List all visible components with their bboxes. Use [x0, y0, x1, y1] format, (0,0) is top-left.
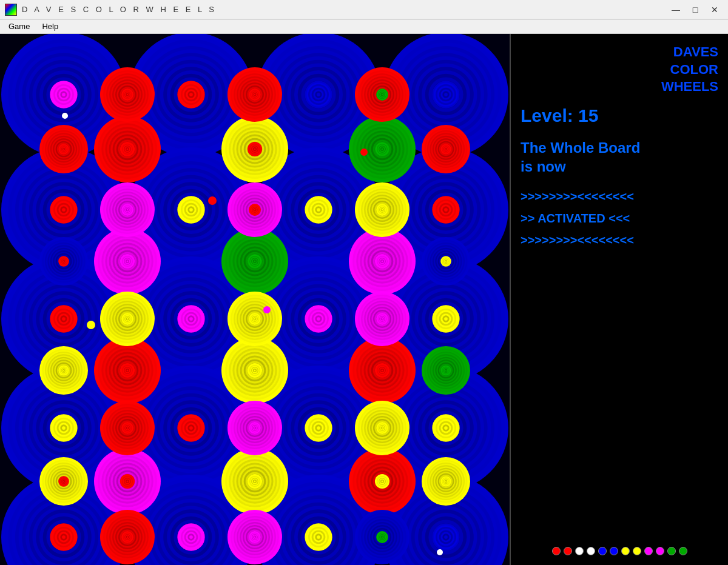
title-text: D A V E S C O L O R W H E E L S: [22, 5, 217, 14]
color-dot-7[interactable]: [633, 547, 641, 555]
color-dot-2[interactable]: [575, 547, 584, 555]
game-area[interactable]: [0, 34, 510, 565]
activated-text: >>>>>>>><<<<<<<< >> ACTIVATED <<< >>>>>>…: [521, 186, 718, 251]
maximize-button[interactable]: □: [687, 2, 704, 17]
game-canvas[interactable]: [0, 34, 510, 565]
title-bar: D A V E S C O L O R W H E E L S — □ ✕: [0, 0, 728, 19]
color-dot-3[interactable]: [587, 547, 595, 555]
minimize-button[interactable]: —: [667, 2, 684, 17]
color-dot-0[interactable]: [552, 547, 561, 555]
app-icon: [5, 4, 17, 16]
color-dot-1[interactable]: [564, 547, 572, 555]
color-dot-4[interactable]: [598, 547, 607, 555]
right-panel: DAVES COLOR WHEELS Level: 15 The Whole B…: [510, 34, 728, 565]
menu-help[interactable]: Help: [36, 21, 64, 32]
color-bar: [521, 535, 718, 555]
panel-title: DAVES COLOR WHEELS: [521, 44, 718, 96]
window-controls: — □ ✕: [667, 2, 723, 17]
menu-bar: Game Help: [0, 19, 728, 34]
level-display: Level: 15: [521, 105, 718, 126]
color-dot-6[interactable]: [621, 547, 630, 555]
color-dot-8[interactable]: [644, 547, 653, 555]
whole-board-text: The Whole Board is now: [521, 138, 718, 176]
title-bar-left: D A V E S C O L O R W H E E L S: [5, 4, 217, 16]
main-layout: DAVES COLOR WHEELS Level: 15 The Whole B…: [0, 34, 728, 565]
color-dot-11[interactable]: [679, 547, 687, 555]
color-dot-9[interactable]: [656, 547, 664, 555]
color-dot-10[interactable]: [667, 547, 676, 555]
color-dot-5[interactable]: [610, 547, 618, 555]
menu-game[interactable]: Game: [2, 21, 36, 32]
close-button[interactable]: ✕: [706, 2, 723, 17]
